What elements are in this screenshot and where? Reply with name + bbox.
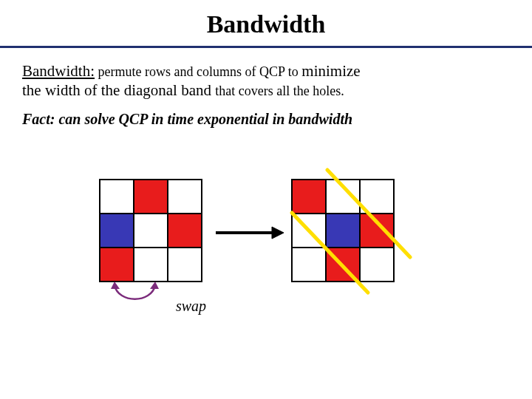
swap-label: swap — [176, 298, 206, 315]
grid-cell — [167, 179, 202, 214]
body-part1: permute rows and columns of QCP to — [95, 64, 301, 79]
body-part2: the width of the diagonal band — [22, 81, 215, 99]
lead-word: Bandwidth: — [22, 62, 95, 80]
grid-cell — [99, 179, 134, 214]
body-emph1: minimize — [301, 62, 360, 80]
body-text: Bandwidth: permute rows and columns of Q… — [0, 61, 532, 100]
grid-cell — [133, 247, 168, 282]
grid-cell — [133, 213, 168, 248]
svg-marker-3 — [150, 282, 159, 289]
body-tail: that covers all the holes. — [215, 83, 344, 98]
diagram-area: swap — [0, 128, 532, 349]
grid-cell — [167, 213, 202, 248]
grid-cell — [99, 213, 134, 248]
left-grid — [100, 180, 202, 282]
svg-marker-2 — [111, 282, 120, 289]
page-title: Bandwidth — [0, 0, 532, 46]
divider — [0, 46, 532, 48]
svg-line-5 — [327, 170, 410, 257]
svg-line-4 — [292, 213, 368, 293]
grid-cell — [167, 247, 202, 282]
grid-cell — [133, 179, 168, 214]
swap-arrow-icon — [100, 282, 174, 311]
grid-cell — [99, 247, 134, 282]
fact-text: Fact: can solve QCP in time exponential … — [0, 100, 532, 128]
transform-arrow-icon — [214, 224, 284, 242]
diagonal-band-icon — [281, 161, 429, 309]
